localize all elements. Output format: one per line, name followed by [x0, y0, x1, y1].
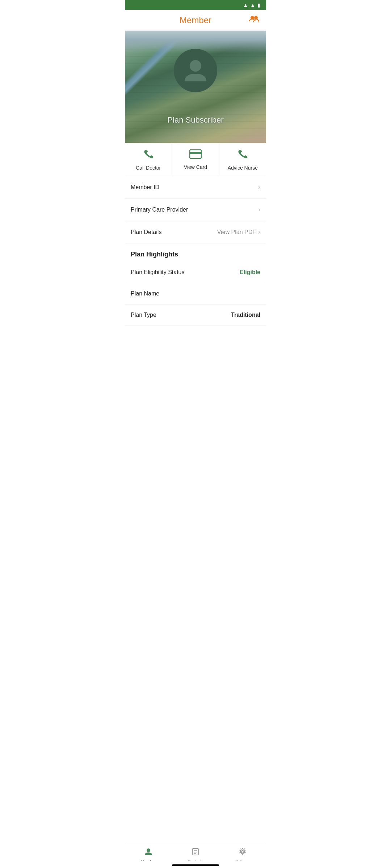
primary-care-right: › [256, 206, 260, 213]
plan-name-label: Plan Name [131, 290, 159, 297]
plan-name-row: Plan Name [125, 283, 266, 305]
plan-details-row[interactable]: Plan Details View Plan PDF › [125, 221, 266, 243]
status-bar: ▲ ▲ ▮ [125, 0, 266, 10]
advice-nurse-label: Advice Nurse [228, 165, 258, 171]
action-row: Call Doctor View Card Advice Nurse [125, 143, 266, 176]
svg-rect-4 [190, 152, 201, 154]
hero-section: Plan Subscriber [125, 31, 266, 143]
people-icon[interactable] [249, 15, 259, 25]
plan-details-chevron: › [258, 228, 260, 236]
plan-type-label: Plan Type [131, 312, 156, 318]
member-id-row[interactable]: Member ID › [125, 176, 266, 199]
page-title: Member [147, 15, 244, 25]
plan-highlights-title: Plan Highlights [131, 251, 178, 258]
view-card-icon [189, 149, 202, 161]
primary-care-label: Primary Care Provider [131, 207, 188, 213]
wifi-icon: ▲ [243, 2, 248, 8]
call-doctor-icon [143, 149, 154, 162]
avatar [174, 49, 217, 92]
signal-icon: ▲ [250, 2, 255, 8]
plan-details-label: Plan Details [131, 229, 161, 235]
advice-nurse-icon [237, 149, 248, 162]
plan-highlights-header: Plan Highlights [125, 243, 266, 262]
plan-details-value: View Plan PDF [217, 229, 256, 235]
call-doctor-button[interactable]: Call Doctor [125, 143, 172, 176]
plan-eligibility-row: Plan Eligibility Status Eligible [125, 262, 266, 283]
member-id-chevron: › [258, 183, 260, 191]
view-card-label: View Card [184, 164, 207, 170]
primary-care-chevron: › [258, 206, 260, 213]
plan-details-right: View Plan PDF › [217, 228, 260, 236]
plan-type-value: Traditional [231, 312, 260, 318]
call-doctor-label: Call Doctor [136, 165, 161, 171]
list-section: Member ID › Primary Care Provider › Plan… [125, 176, 266, 326]
battery-icon: ▮ [257, 2, 260, 8]
plan-type-row: Plan Type Traditional [125, 305, 266, 326]
member-id-right: › [256, 183, 260, 191]
advice-nurse-button[interactable]: Advice Nurse [219, 143, 266, 176]
member-id-label: Member ID [131, 184, 159, 191]
svg-point-2 [190, 60, 201, 72]
header: Member [125, 10, 266, 31]
primary-care-provider-row[interactable]: Primary Care Provider › [125, 199, 266, 221]
subscriber-name: Plan Subscriber [125, 115, 266, 125]
plan-eligibility-value: Eligible [240, 269, 260, 276]
view-card-button[interactable]: View Card [172, 143, 219, 176]
plan-eligibility-label: Plan Eligibility Status [131, 269, 185, 276]
